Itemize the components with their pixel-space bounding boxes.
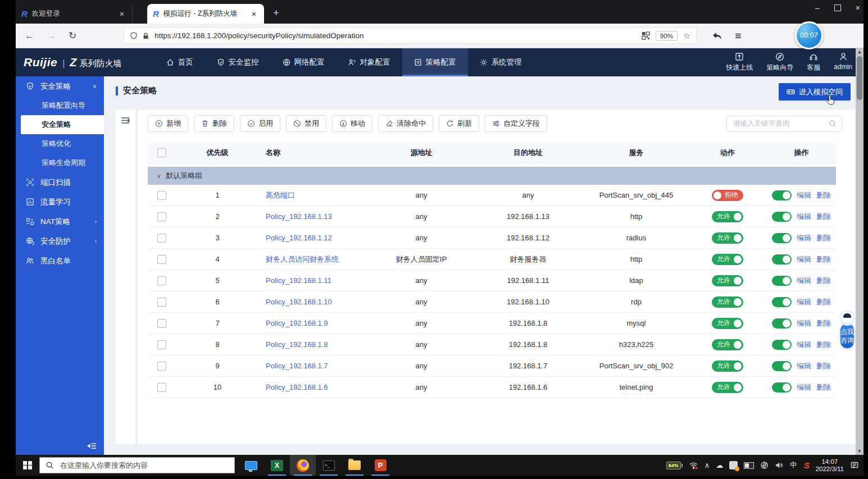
consult-button[interactable]: 点我咨询 [840,323,854,348]
action-toggle-badge[interactable]: 允许 [712,211,743,222]
delete-link[interactable]: 删除 [816,212,831,222]
edit-link[interactable]: 编辑 [797,297,811,307]
action-toggle-badge[interactable]: 允许 [712,339,743,350]
sidebar-item-policy-lifecycle[interactable]: 策略生命周期 [16,153,104,172]
policy-name-link[interactable]: Policy_192.168.1.10 [260,298,371,306]
policy-name-link[interactable]: Policy_192.168.1.8 [260,340,371,349]
delete-link[interactable]: 删除 [816,233,831,243]
disable-button[interactable]: 禁用 [286,115,326,132]
reload-button[interactable]: ↻ [69,30,76,42]
tab-close-icon[interactable]: × [117,10,126,19]
policy-name-link[interactable]: Policy_192.168.1.12 [260,234,371,242]
delete-link[interactable]: 删除 [816,382,831,393]
scrollbar-thumb[interactable] [857,56,862,100]
minimize-button[interactable]: – [815,3,820,12]
edit-link[interactable]: 编辑 [797,233,811,243]
tab-close-icon[interactable]: × [249,10,258,19]
policy-table-row[interactable]: 2 Policy_192.168.1.13 any 192.168.1.13 h… [148,206,836,227]
enable-toggle[interactable] [772,276,792,286]
policy-name-link[interactable]: Policy_192.168.1.7 [260,362,371,370]
zoom-level-indicator[interactable]: 90% [656,31,678,41]
action-toggle-badge[interactable]: 拒绝 [712,190,743,201]
taskbar-search[interactable] [39,457,235,473]
nav-policy-config[interactable]: 策略配置 [402,48,468,76]
battery-indicator[interactable]: 64% [666,462,683,469]
keyword-search[interactable] [726,116,842,132]
sidebar-item-security-policy[interactable]: 安全策略 [21,115,104,134]
policy-table-row[interactable]: 9 Policy_192.168.1.7 any 192.168.1.7 Por… [148,355,836,377]
url-field[interactable]: https://192.168.1.200/policy/securityPol… [124,28,697,44]
column-settings-icon[interactable] [121,117,130,124]
sidebar-item-blackwhite-list[interactable]: 黑白名单 [16,251,104,271]
policy-name-link[interactable]: 高危端口 [260,190,371,200]
admin-user-menu[interactable]: admin [834,52,852,72]
new-tab-button[interactable]: + [273,7,279,19]
sidebar-item-security-protect[interactable]: 安全防护 › [16,231,104,251]
policy-wizard-button[interactable]: 策略向导 [766,52,793,72]
scroll-up-arrow[interactable]: ▲ [856,48,864,56]
enable-toggle[interactable] [772,340,792,350]
enable-toggle[interactable] [772,297,792,307]
action-toggle-badge[interactable]: 允许 [712,275,743,286]
terminal-icon[interactable]: >_ [316,455,342,476]
delete-link[interactable]: 删除 [816,361,831,371]
custom-fields-button[interactable]: 自定义字段 [485,115,547,132]
row-checkbox[interactable] [157,234,166,243]
browser-tab-welcome[interactable]: R 欢迎登录 × [16,4,133,24]
policy-table-row[interactable]: 10 Policy_192.168.1.6 any 192.168.1.6 te… [148,377,836,398]
display-icon[interactable] [744,462,754,469]
action-toggle-badge[interactable]: 允许 [712,232,743,244]
row-checkbox[interactable] [157,362,166,371]
file-explorer-icon[interactable] [342,455,367,476]
firefox-icon[interactable] [290,455,316,476]
enter-simulation-button[interactable]: 进入模拟空间 [779,83,851,101]
close-button[interactable]: × [856,3,860,12]
enable-toggle[interactable] [772,318,792,329]
start-button[interactable] [16,455,39,476]
delete-link[interactable]: 删除 [816,340,831,350]
policy-name-link[interactable]: Policy_192.168.1.9 [260,319,371,327]
enable-toggle[interactable] [772,212,792,222]
policy-name-link[interactable]: 财务人员访问财务系统 [260,254,371,264]
action-toggle-badge[interactable]: 允许 [712,382,743,393]
bookmark-star-icon[interactable]: ☆ [683,31,690,41]
sidebar-collapse-icon[interactable] [87,442,97,450]
enable-toggle[interactable] [772,361,792,371]
customer-service-button[interactable]: 客服 [807,52,820,72]
sidebar-item-policy-optimize[interactable]: 策略优化 [16,134,104,153]
browser-tab-simulation[interactable]: R 模拟运行 - Z系列防火墙 × [147,4,264,24]
add-button[interactable]: 新增 [148,115,188,132]
enable-toggle[interactable] [772,382,792,393]
policy-group-row[interactable]: ∨ 默认策略组 [148,167,836,185]
sidebar-item-port-scan[interactable]: 端口扫描 [16,172,104,192]
row-checkbox[interactable] [157,383,166,392]
quick-online-button[interactable]: 快速上线 [726,52,753,72]
edit-link[interactable]: 编辑 [797,382,811,393]
clear-hits-button[interactable]: 清除命中 [378,115,433,132]
consult-float-widget[interactable]: 点我咨询 [839,310,856,348]
onedrive-cloud-icon[interactable]: ☁ [716,461,723,469]
row-checkbox[interactable] [157,255,166,264]
policy-table-row[interactable]: 3 Policy_192.168.1.12 any 192.168.1.12 r… [148,227,836,249]
sidebar-item-nat-policy[interactable]: NAT策略 › [16,212,104,231]
row-checkbox[interactable] [157,276,166,285]
app-notification-icon[interactable] [729,461,738,469]
policy-table-row[interactable]: 1 高危端口 any any PortScan_srv_obj_445 拒绝 编… [148,185,836,206]
policy-table-row[interactable]: 8 Policy_192.168.1.8 any 192.168.1.8 h32… [148,334,836,355]
taskview-icon[interactable] [238,455,264,476]
edit-link[interactable]: 编辑 [797,361,811,371]
search-input[interactable] [732,119,829,128]
row-checkbox[interactable] [157,212,166,221]
speaker-icon[interactable] [775,462,783,469]
taskbar-search-input[interactable] [59,460,229,470]
delete-link[interactable]: 删除 [816,254,831,264]
action-toggle-badge[interactable]: 允许 [712,361,743,372]
delete-link[interactable]: 删除 [816,318,831,329]
edit-link[interactable]: 编辑 [797,276,811,286]
delete-link[interactable]: 删除 [816,276,831,286]
powerpoint-icon[interactable]: P [367,455,393,476]
globe-offline-icon[interactable] [760,461,769,469]
delete-link[interactable]: 删除 [816,190,831,200]
action-toggle-badge[interactable]: 允许 [712,254,743,265]
policy-table-row[interactable]: 4 财务人员访问财务系统 财务人员固定IP 财务服务器 http 允许 编辑 删… [148,249,836,270]
